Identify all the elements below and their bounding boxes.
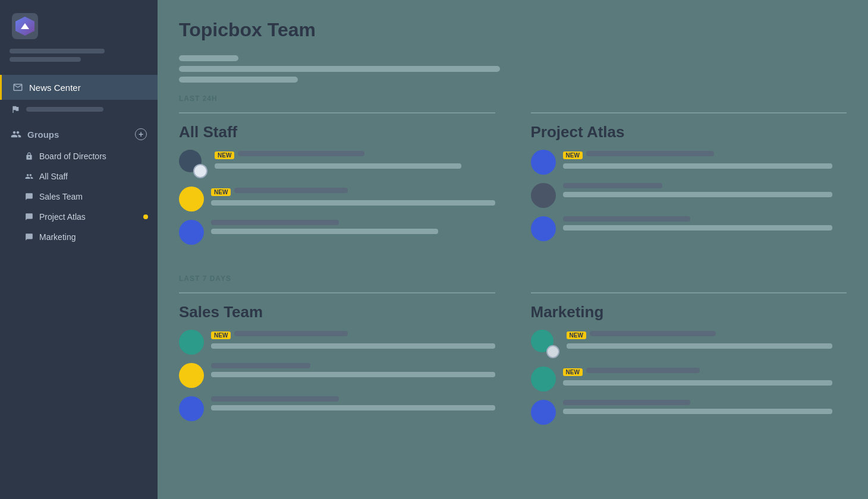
groups-icon <box>11 129 21 140</box>
chat-icon-sales <box>25 192 33 201</box>
chat-icon-atlas <box>25 213 33 221</box>
msg-line <box>211 343 495 349</box>
new-badge: NEW <box>215 151 234 159</box>
sidebar-item-project-atlas[interactable]: Project Atlas <box>0 207 158 227</box>
msg-lines <box>211 363 495 381</box>
message-item[interactable]: NEW <box>179 330 495 355</box>
group-card-project-atlas: Project Atlas NEW <box>531 112 847 265</box>
message-item[interactable]: NEW <box>531 150 847 175</box>
msg-line <box>215 163 461 169</box>
message-item[interactable]: NEW <box>179 150 495 178</box>
msg-line <box>211 200 495 206</box>
group-card-marketing: Marketing NEW NEW <box>531 292 847 445</box>
msg-lines <box>563 216 847 235</box>
msg-lines <box>563 183 847 201</box>
sidebar-item-marketing[interactable]: Marketing <box>0 227 158 247</box>
news-icon <box>12 82 23 93</box>
msg-line <box>563 163 833 169</box>
msg-line <box>563 192 833 197</box>
users-icon-allstaff <box>25 172 33 181</box>
msg-lines: NEW <box>563 367 847 390</box>
msg-line <box>563 400 691 405</box>
group-name-allstaff: All Staff <box>39 172 68 181</box>
groups-grid-7days: Sales Team NEW <box>179 292 847 445</box>
main-content: Topicbox Team LAST 24H All Staff NEW <box>158 0 868 499</box>
message-item[interactable] <box>179 220 495 245</box>
group-title-sales-team: Sales Team <box>179 303 495 321</box>
msg-line <box>567 343 833 349</box>
groups-label: Groups <box>27 130 59 140</box>
msg-line <box>211 396 339 402</box>
msg-lines: NEW <box>211 187 495 210</box>
avatar <box>179 220 204 245</box>
search-bar-2 <box>10 57 81 62</box>
new-badge: NEW <box>563 368 583 376</box>
logo-icon <box>12 13 38 39</box>
news-center-label: News Center <box>29 83 81 93</box>
sidebar-item-news-center[interactable]: News Center <box>0 75 158 100</box>
avatar <box>531 400 556 425</box>
msg-line <box>211 405 495 410</box>
flag-bar <box>26 107 103 112</box>
message-item[interactable] <box>179 396 495 421</box>
section-label-24h: LAST 24H <box>179 94 847 103</box>
search-bar-1 <box>10 49 105 53</box>
message-item[interactable]: NEW <box>531 330 847 358</box>
title-bar-1 <box>179 55 238 61</box>
title-bar-2 <box>179 66 500 72</box>
new-badge: NEW <box>211 331 231 339</box>
flag-icon <box>11 105 20 114</box>
msg-line <box>563 380 833 386</box>
message-item[interactable]: NEW <box>531 367 847 391</box>
msg-lines: NEW <box>215 150 495 173</box>
msg-line <box>211 220 339 225</box>
logo-area <box>0 0 158 49</box>
msg-lines <box>211 220 495 238</box>
message-item[interactable] <box>531 400 847 425</box>
msg-lines <box>563 400 847 418</box>
avatar <box>531 216 556 241</box>
msg-lines: NEW <box>563 150 847 173</box>
sidebar-flag-item <box>0 100 158 122</box>
add-group-button[interactable]: + <box>135 128 147 140</box>
section-label-7days: LAST 7 DAYS <box>179 274 847 283</box>
group-card-all-staff: All Staff NEW NEW <box>179 112 495 265</box>
avatar <box>179 330 204 355</box>
message-item[interactable] <box>531 216 847 241</box>
lock-icon <box>25 152 33 160</box>
page-title: Topicbox Team <box>179 19 847 41</box>
group-name-board: Board of Directors <box>39 151 106 161</box>
chat-icon-marketing <box>25 233 33 241</box>
message-item[interactable]: NEW <box>179 187 495 211</box>
msg-lines: NEW <box>567 330 847 353</box>
avatar <box>531 183 556 208</box>
groups-grid-24h: All Staff NEW NEW <box>179 112 847 265</box>
group-title-marketing: Marketing <box>531 303 847 321</box>
new-badge: NEW <box>567 331 586 339</box>
msg-lines <box>211 396 495 415</box>
group-title-project-atlas: Project Atlas <box>531 123 847 141</box>
sidebar-item-all-staff[interactable]: All Staff <box>0 166 158 187</box>
avatar-overlay <box>193 164 207 178</box>
group-name-atlas: Project Atlas <box>39 212 86 222</box>
group-name-sales: Sales Team <box>39 192 83 201</box>
sidebar-search-area <box>0 49 158 75</box>
sidebar-item-board-of-directors[interactable]: Board of Directors <box>0 146 158 166</box>
avatar <box>179 396 204 421</box>
title-bars <box>179 55 847 83</box>
sidebar: News Center Groups + Board of Directors … <box>0 0 158 499</box>
new-badge: NEW <box>563 151 583 159</box>
sidebar-item-sales-team[interactable]: Sales Team <box>0 187 158 207</box>
msg-line <box>211 372 495 377</box>
msg-line <box>563 225 833 230</box>
message-item[interactable] <box>179 363 495 388</box>
title-bar-3 <box>179 77 298 83</box>
group-title-all-staff: All Staff <box>179 123 495 141</box>
new-badge: NEW <box>211 188 231 196</box>
groups-header: Groups + <box>0 122 158 146</box>
msg-line <box>211 363 310 368</box>
unread-dot-atlas <box>143 214 148 219</box>
avatar-overlay <box>546 345 559 358</box>
message-item[interactable] <box>531 183 847 208</box>
avatar <box>531 367 556 391</box>
